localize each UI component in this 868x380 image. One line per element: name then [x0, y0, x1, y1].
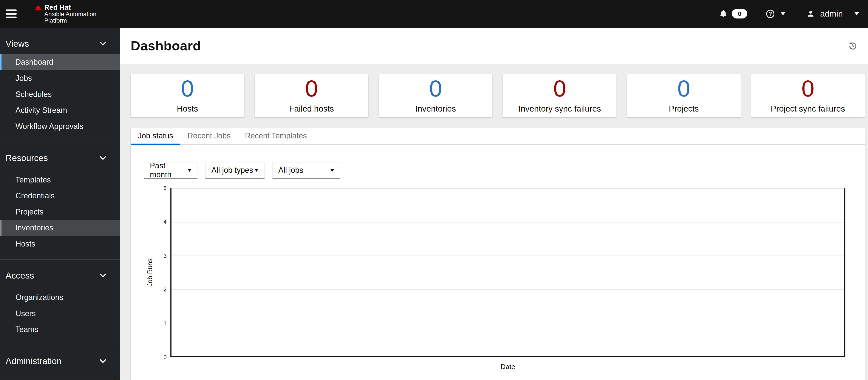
sidebar-item-credentials[interactable]: Credentials [0, 188, 120, 204]
sidebar-item-dashboard[interactable]: Dashboard [0, 54, 120, 70]
y-axis-ticks: 5 4 3 2 1 0 [156, 188, 170, 357]
gridline [172, 222, 844, 223]
redhat-fedora-icon [34, 4, 42, 13]
sidebar-item-activity-stream[interactable]: Activity Stream [0, 102, 120, 118]
bell-icon [719, 9, 728, 19]
tab-recent-jobs[interactable]: Recent Jobs [180, 128, 238, 145]
y-tick: 3 [163, 252, 166, 259]
jobs-select[interactable]: All jobs [272, 162, 340, 179]
chevron-down-icon [781, 12, 785, 15]
chart-filters: Past month All job types All jobs [144, 162, 865, 179]
sidebar-item-templates[interactable]: Templates [0, 172, 120, 188]
dashboard-content: 0 Hosts 0 Failed hosts 0 Inventories 0 I… [120, 64, 868, 380]
chevron-down-icon [100, 156, 106, 160]
masthead: Red Hat Ansible Automation Platform 0 ? [0, 0, 868, 28]
nav-section-label: Resources [6, 153, 48, 163]
y-axis-label: Job Runs [146, 258, 154, 286]
sidebar-nav: Views Dashboard Jobs Schedules Activity … [0, 28, 120, 380]
brand-line-1: Red Hat [44, 4, 96, 11]
nav-section-header-resources[interactable]: Resources [0, 152, 120, 164]
stat-value: 0 [429, 77, 442, 100]
history-icon [847, 41, 858, 50]
chevron-down-icon [100, 359, 106, 364]
brand-line-3: Platform [44, 18, 96, 24]
y-tick: 1 [163, 320, 166, 326]
stat-label: Failed hosts [289, 104, 334, 113]
notification-count-badge: 0 [732, 9, 747, 19]
sidebar-item-teams[interactable]: Teams [0, 321, 120, 338]
y-tick: 0 [163, 354, 166, 360]
sidebar-item-inventories[interactable]: Inventories [0, 220, 120, 236]
sidebar-item-credential-types[interactable]: Credential Types [0, 375, 120, 380]
sidebar-item-users[interactable]: Users [0, 305, 120, 321]
sidebar-item-jobs[interactable]: Jobs [0, 70, 120, 87]
tab-job-status[interactable]: Job status [131, 128, 180, 145]
notifications-button[interactable]: 0 [719, 9, 747, 19]
caret-down-icon [254, 169, 259, 172]
brand-text: Red Hat Ansible Automation Platform [44, 4, 96, 24]
nav-section-label: Access [6, 271, 34, 281]
stat-label: Project sync failures [771, 104, 845, 113]
nav-section-header-views[interactable]: Views [0, 38, 120, 50]
sidebar-item-organizations[interactable]: Organizations [0, 289, 120, 306]
nav-section-resources: Resources Templates Credentials Projects… [0, 142, 120, 252]
chevron-down-icon [855, 12, 859, 15]
nav-section-header-access[interactable]: Access [0, 270, 120, 282]
username-label: admin [820, 9, 843, 19]
stat-value: 0 [802, 77, 814, 100]
page-header: Dashboard [120, 28, 868, 64]
brand-logo: Red Hat Ansible Automation Platform [34, 4, 96, 24]
page-title: Dashboard [131, 38, 201, 53]
y-tick: 2 [163, 286, 166, 292]
stat-label: Hosts [177, 104, 198, 113]
y-tick: 5 [163, 185, 166, 191]
nav-section-label: Views [6, 39, 29, 49]
card-inventories[interactable]: 0 Inventories [379, 74, 493, 117]
user-menu-button[interactable]: admin [806, 9, 862, 19]
caret-down-icon [330, 169, 334, 172]
stat-value: 0 [677, 77, 690, 100]
card-project-sync-failures[interactable]: 0 Project sync failures [751, 74, 865, 117]
job-status-panel: Job status Recent Jobs Recent Templates … [131, 128, 865, 380]
card-hosts[interactable]: 0 Hosts [131, 74, 244, 117]
stat-label: Projects [669, 104, 699, 113]
period-select-value: Past month [150, 161, 187, 179]
panel-tabs: Job status Recent Jobs Recent Templates [131, 128, 865, 145]
brand-line-2: Ansible Automation [44, 11, 96, 18]
nav-section-label: Administration [6, 356, 62, 366]
gridline [172, 289, 844, 290]
tab-recent-templates[interactable]: Recent Templates [238, 128, 314, 145]
gridline [172, 323, 844, 323]
stat-value: 0 [305, 77, 318, 100]
sidebar-item-workflow-approvals[interactable]: Workflow Approvals [0, 118, 120, 134]
card-projects[interactable]: 0 Projects [627, 74, 741, 117]
chart-plot-area: Date [170, 188, 845, 357]
user-icon [806, 9, 815, 18]
job-type-select-value: All job types [211, 166, 253, 175]
stat-value: 0 [181, 77, 194, 100]
y-tick: 4 [163, 219, 166, 225]
nav-section-access: Access Organizations Users Teams [0, 259, 120, 338]
job-runs-chart: Job Runs 5 4 3 2 1 0 [144, 188, 845, 357]
period-select[interactable]: Past month [144, 162, 198, 179]
sidebar-item-projects[interactable]: Projects [0, 204, 120, 220]
card-failed-hosts[interactable]: 0 Failed hosts [255, 74, 368, 117]
card-inventory-sync-failures[interactable]: 0 Inventory sync failures [503, 74, 617, 117]
help-menu-button[interactable]: ? [766, 10, 785, 18]
nav-section-header-administration[interactable]: Administration [0, 355, 120, 367]
nav-section-administration: Administration Credential Types Notifica… [0, 345, 120, 380]
main-area: Dashboard 0 Hosts [120, 28, 868, 380]
sidebar-item-hosts[interactable]: Hosts [0, 236, 120, 252]
chevron-down-icon [100, 41, 106, 46]
question-circle-icon: ? [766, 10, 775, 18]
job-type-select[interactable]: All job types [205, 162, 265, 179]
chevron-down-icon [100, 273, 106, 278]
sidebar-item-schedules[interactable]: Schedules [0, 86, 120, 102]
page-shell: Views Dashboard Jobs Schedules Activity … [0, 28, 868, 380]
stat-label: Inventories [415, 104, 456, 113]
app-window: Red Hat Ansible Automation Platform 0 ? [0, 0, 868, 380]
stat-label: Inventory sync failures [518, 104, 601, 113]
nav-toggle-button[interactable] [6, 4, 24, 23]
gridline [172, 255, 844, 256]
refresh-history-button[interactable] [846, 39, 859, 52]
